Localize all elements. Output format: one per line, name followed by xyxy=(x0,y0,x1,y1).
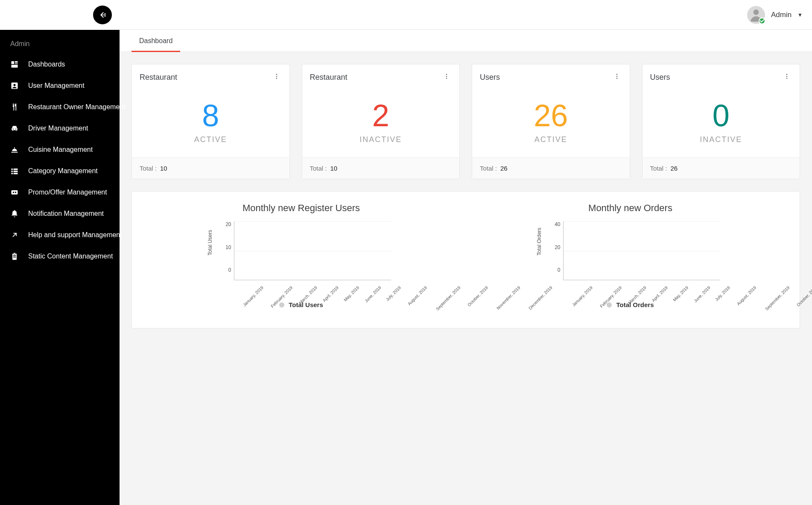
svg-point-26 xyxy=(446,76,447,77)
svg-point-15 xyxy=(13,192,14,193)
sidebar-item-promo[interactable]: Promo/Offer Management xyxy=(0,182,120,203)
svg-rect-14 xyxy=(12,190,18,194)
card-total-label: Total : xyxy=(480,165,497,172)
sidebar-item-label: Promo/Offer Management xyxy=(28,189,107,196)
card-total-label: Total : xyxy=(650,165,667,172)
tab-dashboard[interactable]: Dashboard xyxy=(131,30,180,52)
sidebar-header xyxy=(0,0,120,30)
svg-point-27 xyxy=(446,78,447,79)
chart-0: Monthly new Register UsersTotal Users201… xyxy=(143,203,459,308)
svg-point-28 xyxy=(616,74,617,75)
card-menu-button[interactable] xyxy=(272,71,282,83)
svg-point-32 xyxy=(786,76,788,77)
sidebar-item-list[interactable]: Category Management xyxy=(0,160,120,182)
svg-point-25 xyxy=(446,74,447,75)
sidebar-item-label: Help and support Management xyxy=(28,231,122,239)
clipboard-icon xyxy=(10,252,19,261)
card-total-label: Total : xyxy=(310,165,327,172)
svg-rect-11 xyxy=(14,171,18,172)
card-total-value: 10 xyxy=(160,165,167,172)
card-menu-button[interactable] xyxy=(782,71,792,83)
sidebar-item-label: Static Content Management xyxy=(28,252,113,260)
sidebar-item-label: Dashboards xyxy=(28,61,65,68)
svg-point-24 xyxy=(276,78,277,79)
svg-point-29 xyxy=(616,76,617,77)
svg-point-21 xyxy=(754,9,759,15)
chart-title: Monthly new Register Users xyxy=(242,203,360,214)
sidebar-item-account-box[interactable]: User Management xyxy=(0,75,120,96)
legend-dot-icon xyxy=(279,302,284,308)
chart-plot: Total Orders40200January, 2019February, … xyxy=(541,221,720,289)
svg-rect-20 xyxy=(13,257,16,258)
stat-card: Users0INACTIVETotal :26 xyxy=(642,64,800,179)
sidebar-section-label: Admin xyxy=(0,30,120,54)
collapse-icon xyxy=(98,10,107,20)
svg-rect-19 xyxy=(13,255,16,256)
svg-rect-3 xyxy=(12,65,18,68)
card-status: ACTIVE xyxy=(194,135,227,144)
card-title: Restaurant xyxy=(310,73,348,82)
topbar: Admin ▼ xyxy=(120,0,812,30)
chart-title: Monthly new Orders xyxy=(588,203,672,214)
restaurant-icon xyxy=(10,103,19,111)
car-icon xyxy=(10,124,19,133)
svg-point-7 xyxy=(15,129,16,130)
y-axis-label: Total Orders xyxy=(536,227,542,255)
svg-point-22 xyxy=(276,74,277,75)
stat-card: Restaurant2INACTIVETotal :10 xyxy=(302,64,460,179)
card-value: 0 xyxy=(713,100,730,131)
card-title: Users xyxy=(480,73,500,82)
svg-point-33 xyxy=(786,78,788,79)
card-menu-button[interactable] xyxy=(441,71,452,83)
list-icon xyxy=(10,167,19,175)
sidebar-item-label: Category Management xyxy=(28,167,98,175)
sidebar-item-car[interactable]: Driver Management xyxy=(0,118,120,139)
svg-point-30 xyxy=(616,78,617,79)
svg-point-6 xyxy=(13,129,14,130)
sidebar-collapse-button[interactable] xyxy=(93,6,112,24)
card-total-value: 26 xyxy=(671,165,678,172)
card-total-value: 10 xyxy=(330,165,338,172)
stat-card: Restaurant8ACTIVETotal :10 xyxy=(131,64,290,179)
sidebar-item-label: Notification Management xyxy=(28,210,104,218)
sidebar-nav: DashboardsUser ManagementRestaurant Owne… xyxy=(0,54,120,272)
svg-point-16 xyxy=(15,192,16,193)
x-labels: January, 2019February, 2019March, 2019Ap… xyxy=(234,280,391,289)
card-menu-button[interactable] xyxy=(612,71,622,83)
sidebar-item-label: Restaurant Owner Management xyxy=(28,103,126,111)
promo-icon xyxy=(10,188,19,197)
sidebar-item-bell[interactable]: Notification Management xyxy=(0,203,120,224)
sidebar-item-clipboard[interactable]: Static Content Management xyxy=(0,246,120,267)
tabs: Dashboard xyxy=(120,30,812,52)
food-icon xyxy=(10,145,19,154)
stat-card: Users26ACTIVETotal :26 xyxy=(472,64,630,179)
sidebar-item-restaurant[interactable]: Restaurant Owner Management xyxy=(0,96,120,118)
online-status-badge xyxy=(759,17,765,24)
user-name: Admin xyxy=(771,11,792,19)
svg-rect-0 xyxy=(12,61,15,64)
sidebar-item-dashboard[interactable]: Dashboards xyxy=(0,54,120,75)
card-total-label: Total : xyxy=(140,165,157,172)
user-avatar[interactable] xyxy=(747,6,765,24)
stat-cards: Restaurant8ACTIVETotal :10Restaurant2INA… xyxy=(131,64,800,179)
svg-rect-2 xyxy=(15,64,18,64)
y-axis-label: Total Users xyxy=(207,229,213,255)
card-title: Restaurant xyxy=(140,73,177,82)
y-ticks: 20100 xyxy=(219,221,231,273)
svg-point-23 xyxy=(276,76,277,77)
svg-rect-13 xyxy=(14,173,18,174)
card-status: INACTIVE xyxy=(359,135,402,144)
svg-point-31 xyxy=(786,74,788,75)
sidebar-item-arrow-up-right[interactable]: Help and support Management xyxy=(0,224,120,246)
sidebar-item-label: Cuisine Management xyxy=(28,146,93,154)
sidebar: Admin DashboardsUser ManagementRestauran… xyxy=(0,0,120,505)
svg-rect-12 xyxy=(12,173,13,174)
chart-plot: Total Users20100January, 2019February, 2… xyxy=(212,221,391,289)
user-menu-caret[interactable]: ▼ xyxy=(797,12,803,18)
card-status: INACTIVE xyxy=(700,135,742,144)
card-value: 26 xyxy=(534,100,568,131)
x-labels: January, 2019February, 2019March, 2019Ap… xyxy=(563,280,720,289)
sidebar-item-food[interactable]: Cuisine Management xyxy=(0,139,120,160)
svg-rect-18 xyxy=(14,253,16,254)
bell-icon xyxy=(10,209,19,218)
